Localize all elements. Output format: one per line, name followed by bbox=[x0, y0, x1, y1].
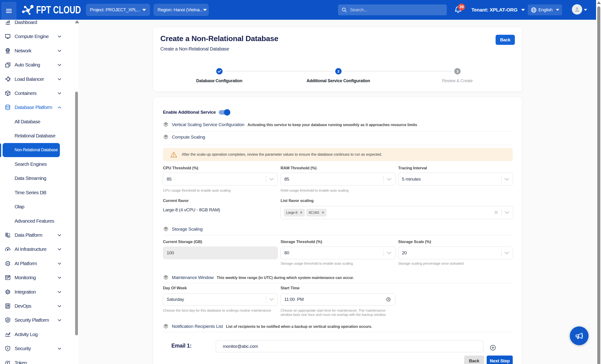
project-select[interactable]: Project: PROJECT_XPL... bbox=[86, 4, 150, 16]
chevron-down-icon bbox=[58, 304, 61, 308]
add-email-icon[interactable] bbox=[490, 345, 496, 351]
email-1-label: Email 1: bbox=[171, 343, 191, 349]
sidebar-item-security[interactable]: Security bbox=[0, 342, 75, 355]
tenant-select[interactable]: Tenant: XPLAT-ORG bbox=[471, 0, 525, 20]
storage-threshold-value: 80 bbox=[284, 250, 289, 255]
sidebar-item-label: Integration bbox=[15, 289, 36, 295]
sidebar-item-monitoring[interactable]: Monitoring bbox=[0, 271, 75, 285]
storage-threshold-select[interactable]: 80 bbox=[280, 247, 395, 259]
chevron-down-icon bbox=[504, 178, 509, 181]
sidebar-item-label: Security bbox=[15, 346, 31, 351]
sidebar-item-label: AI Platform bbox=[15, 261, 37, 266]
chevron-down-icon bbox=[58, 247, 61, 251]
list-flavor-scaling-select[interactable]: Large-8✕ 6C16G✕ ✕ bbox=[280, 206, 513, 219]
section-desc: This weekly time range (in UTC) during w… bbox=[217, 275, 354, 280]
sidebar-item-network[interactable]: Network bbox=[0, 44, 75, 58]
integration-icon: API bbox=[5, 289, 11, 295]
chip-remove-icon[interactable]: ✕ bbox=[300, 211, 302, 214]
next-step-button[interactable]: Next Step bbox=[487, 355, 513, 364]
sidebar-item-compute-engine[interactable]: Compute Engine bbox=[0, 29, 75, 43]
back-button-top[interactable]: Back bbox=[496, 35, 515, 45]
sidebar-item-label: Auto Scaling bbox=[15, 62, 40, 68]
clock-icon bbox=[386, 297, 391, 302]
language-select[interactable]: English bbox=[528, 4, 562, 15]
sidebar-item-label: DevOps bbox=[15, 303, 31, 309]
sidebar-item-ai-infrastructure[interactable]: AI Infrastructure bbox=[0, 242, 75, 256]
globe-icon bbox=[531, 7, 537, 13]
menu-button[interactable] bbox=[1, 2, 16, 20]
storage-scale-select[interactable]: 20 bbox=[398, 247, 513, 259]
announcement-fab[interactable] bbox=[570, 326, 589, 345]
layers-icon bbox=[163, 134, 169, 140]
step-2-label: Additional Service Configuration bbox=[291, 79, 385, 83]
sidebar-item-integration[interactable]: APIIntegration bbox=[0, 285, 75, 299]
chevron-down-icon bbox=[58, 318, 61, 322]
sidebar-scroll-up-icon[interactable] bbox=[75, 20, 79, 23]
start-time-value: 11:00 PM bbox=[284, 297, 304, 302]
step-1-circle bbox=[216, 68, 222, 74]
day-of-week-help: Choose the best day for this database to… bbox=[163, 308, 271, 313]
region-select[interactable]: Region: Hanoi (Vietna... bbox=[153, 4, 209, 16]
day-of-week-select[interactable]: Saturday bbox=[163, 293, 278, 305]
sidebar-item-advanced-features[interactable]: Advanced Features bbox=[0, 214, 75, 228]
sidebar-item-ai-platform[interactable]: AIAI Platform bbox=[0, 256, 75, 271]
chevron-down-icon bbox=[58, 49, 61, 53]
sidebar-item-database-platform[interactable]: Database Platform bbox=[0, 100, 75, 114]
sidebar-item-auto-scaling[interactable]: Auto Scaling bbox=[0, 58, 75, 72]
sidebar-item-data-platform[interactable]: Data Platform bbox=[0, 228, 75, 242]
flavor-chip[interactable]: 6C16G✕ bbox=[306, 209, 327, 216]
security-platform-icon bbox=[5, 317, 11, 323]
email-1-input[interactable]: monitor@abc.com bbox=[216, 340, 483, 352]
chevron-down-icon bbox=[269, 178, 274, 181]
clear-selection-icon[interactable]: ✕ bbox=[494, 210, 498, 215]
chevron-down-icon bbox=[58, 34, 61, 39]
ram-threshold-value: 85 bbox=[284, 177, 289, 182]
sidebar-scrollbar[interactable] bbox=[75, 20, 78, 364]
sidebar-item-devops[interactable]: DevOps bbox=[0, 299, 75, 313]
sidebar-item-non-relational-database[interactable]: Non-Relational Database bbox=[3, 143, 60, 157]
sidebar-item-load-balancer[interactable]: Load Balancer bbox=[0, 72, 75, 86]
check-icon bbox=[218, 70, 221, 73]
chip-remove-icon[interactable]: ✕ bbox=[322, 211, 324, 214]
sidebar-item-security-platform[interactable]: Security Platform bbox=[0, 313, 75, 327]
avatar-caret-icon[interactable] bbox=[584, 9, 587, 11]
tracing-interval-select[interactable]: 5 minutes bbox=[398, 172, 513, 185]
page-title: Create a Non-Relational Database bbox=[160, 34, 279, 43]
sidebar-item-time-series-db[interactable]: Time Series DB bbox=[0, 185, 75, 200]
sidebar-item-label: Advanced Features bbox=[15, 218, 54, 224]
back-button-bottom[interactable]: Back bbox=[464, 355, 484, 364]
sidebar-item-data-streaming[interactable]: Data Streaming bbox=[0, 171, 75, 185]
active-item-indicator bbox=[0, 143, 1, 157]
sidebar-item-all-database[interactable]: All Database bbox=[0, 115, 75, 129]
flavor-chip[interactable]: Large-8✕ bbox=[284, 209, 305, 216]
day-of-week-label: Day Of Week bbox=[163, 286, 187, 291]
brand-logo[interactable]: FPT CLOUD bbox=[22, 0, 97, 20]
storage-threshold-help: Storage usage threshold to enable auto s… bbox=[280, 261, 353, 266]
sidebar-item-token[interactable]: Token bbox=[0, 356, 75, 364]
notifications-button[interactable]: 39 bbox=[454, 6, 463, 15]
ram-threshold-select[interactable]: 85 bbox=[280, 172, 395, 185]
page-scroll-up-icon[interactable] bbox=[597, 1, 601, 4]
enable-additional-service-toggle[interactable] bbox=[219, 110, 230, 115]
avatar[interactable] bbox=[572, 4, 582, 15]
section-title: Compute Scaling bbox=[172, 135, 205, 140]
form-card: Enable Additional Service Vertical Scali… bbox=[153, 97, 522, 364]
sidebar-item-label: Dashboard bbox=[15, 20, 37, 25]
sidebar-item-search-engines[interactable]: Search Engines bbox=[0, 157, 75, 171]
field-divider bbox=[384, 250, 384, 257]
warning-text: After the scale-up operation completes, … bbox=[182, 152, 382, 157]
svg-text:AI: AI bbox=[7, 263, 9, 265]
sidebar-item-label: Olap bbox=[15, 204, 24, 210]
page-scrollbar[interactable] bbox=[596, 0, 601, 364]
current-flavor-label: Current flavor bbox=[163, 198, 189, 203]
user-icon bbox=[573, 6, 581, 13]
page-scrollbar-thumb[interactable] bbox=[597, 6, 600, 364]
sidebar-scrollbar-thumb[interactable] bbox=[75, 91, 78, 335]
sidebar-item-containers[interactable]: Containers bbox=[0, 86, 75, 100]
start-time-input[interactable]: 11:00 PM bbox=[280, 293, 395, 305]
sidebar-item-olap[interactable]: Olap bbox=[0, 200, 75, 214]
search-input[interactable]: Search... bbox=[338, 4, 447, 15]
cpu-threshold-select[interactable]: 85 bbox=[163, 172, 278, 185]
sidebar-item-activity-log[interactable]: Activity Log bbox=[0, 327, 75, 342]
sidebar-item-relational-database[interactable]: Relational Database bbox=[0, 129, 75, 143]
